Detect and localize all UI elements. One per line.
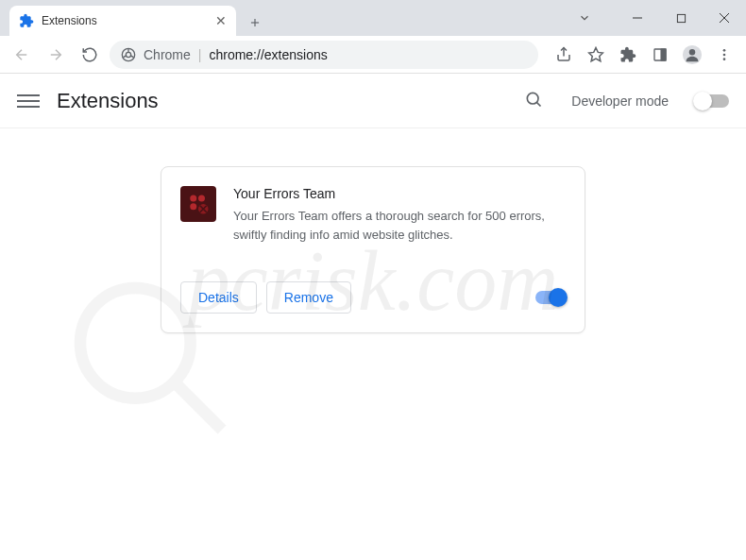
svg-rect-3 <box>677 14 685 22</box>
extension-puzzle-icon <box>19 13 34 28</box>
extension-name: Your Errors Team <box>233 186 566 201</box>
maximize-button[interactable] <box>659 0 703 36</box>
svg-line-11 <box>130 55 133 57</box>
chrome-logo-icon <box>121 47 136 62</box>
window-controls <box>563 0 746 36</box>
svg-marker-14 <box>589 47 603 60</box>
close-window-button[interactable] <box>703 0 746 36</box>
svg-point-27 <box>190 203 196 210</box>
menu-dots-icon[interactable] <box>710 41 738 69</box>
svg-point-25 <box>190 195 196 201</box>
url-prefix: Chrome <box>144 47 191 62</box>
page-title: Extensions <box>57 89 159 113</box>
omnibox[interactable]: Chrome | chrome://extensions <box>110 41 538 69</box>
minimize-button[interactable] <box>616 0 659 36</box>
tab-search-icon[interactable] <box>563 0 606 36</box>
address-bar: Chrome | chrome://extensions <box>0 36 746 74</box>
extension-enable-toggle[interactable] <box>535 291 566 304</box>
sidepanel-icon[interactable] <box>646 41 674 69</box>
svg-point-21 <box>723 53 726 56</box>
svg-line-32 <box>175 382 222 430</box>
svg-point-23 <box>528 93 539 104</box>
svg-point-26 <box>198 195 205 201</box>
svg-rect-17 <box>661 49 666 60</box>
new-tab-button[interactable] <box>242 9 268 36</box>
extension-description: Your Errors Team offers a thorough searc… <box>233 207 566 244</box>
details-button[interactable]: Details <box>180 281 257 314</box>
svg-point-20 <box>723 49 726 52</box>
svg-line-24 <box>537 102 541 106</box>
extension-card: Your Errors Team Your Errors Team offers… <box>161 166 585 333</box>
bookmark-star-icon[interactable] <box>582 41 610 69</box>
forward-button[interactable] <box>42 41 70 69</box>
developer-mode-toggle[interactable] <box>695 94 729 108</box>
svg-line-12 <box>124 55 127 57</box>
tab-title: Extensions <box>42 14 208 27</box>
close-tab-icon[interactable]: ✕ <box>215 13 227 28</box>
extensions-puzzle-icon[interactable] <box>614 41 642 69</box>
reload-button[interactable] <box>76 41 104 69</box>
svg-point-9 <box>126 52 130 57</box>
back-button[interactable] <box>8 41 36 69</box>
extensions-page-header: Extensions Developer mode <box>0 74 746 128</box>
share-icon[interactable] <box>550 41 578 69</box>
svg-point-22 <box>723 58 726 60</box>
extension-icon <box>180 186 216 222</box>
browser-tab[interactable]: Extensions ✕ <box>9 6 236 36</box>
profile-avatar-icon[interactable] <box>678 41 706 69</box>
extensions-content: Your Errors Team Your Errors Team offers… <box>0 128 746 333</box>
search-icon[interactable] <box>524 90 543 112</box>
remove-button[interactable]: Remove <box>266 281 351 314</box>
menu-hamburger-icon[interactable] <box>17 90 40 112</box>
url-divider: | <box>198 47 202 62</box>
url-text: chrome://extensions <box>209 47 327 62</box>
svg-point-19 <box>689 49 695 55</box>
developer-mode-label: Developer mode <box>571 93 669 109</box>
